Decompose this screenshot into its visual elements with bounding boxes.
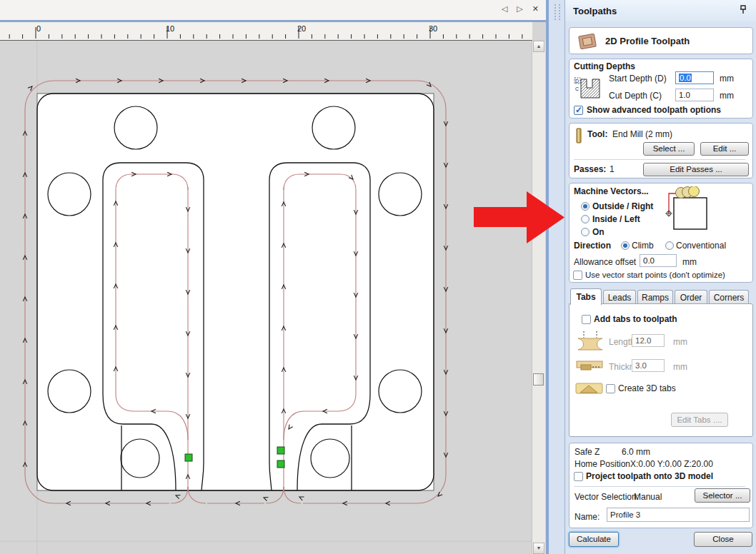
vector-start-points-checkbox[interactable] bbox=[573, 271, 582, 280]
tab-length-icon bbox=[575, 330, 605, 353]
tool-label: Tool: bbox=[587, 129, 607, 139]
drawing-canvas[interactable] bbox=[0, 41, 532, 554]
project-3d-label: Project toolpath onto 3D model bbox=[586, 471, 713, 481]
tab-leads[interactable]: Leads bbox=[603, 290, 636, 304]
svg-text:D: D bbox=[575, 79, 579, 84]
scroll-up-icon[interactable]: ▲ bbox=[533, 41, 544, 52]
nav-back-icon[interactable]: ◁ bbox=[502, 4, 510, 13]
application-window: ◁ ▷ ✕ 0102030 ▲ ▼ Toolpaths bbox=[0, 0, 756, 554]
pin-icon[interactable] bbox=[739, 5, 747, 17]
vertical-scrollbar[interactable]: ▲ ▼ bbox=[532, 41, 545, 554]
close-button[interactable]: Close bbox=[694, 532, 752, 547]
project-3d-checkbox[interactable] bbox=[574, 472, 583, 481]
name-label: Name: bbox=[575, 512, 600, 522]
tab-tabs[interactable]: Tabs bbox=[570, 288, 602, 305]
add-tabs-label: Add tabs to toolpath bbox=[594, 314, 677, 324]
radio-conventional-label: Conventional bbox=[676, 241, 726, 251]
start-depth-unit: mm bbox=[720, 74, 734, 84]
section-cutting-depths: Cutting Depths D C Start Depth (D) 0.0 m… bbox=[569, 59, 753, 119]
svg-text:0: 0 bbox=[36, 24, 41, 33]
safe-z-label: Safe Z bbox=[575, 447, 600, 457]
edit-tool-button[interactable]: Edit ... bbox=[700, 142, 749, 156]
svg-text:C: C bbox=[575, 86, 579, 91]
tool-name: End Mill (2 mm) bbox=[612, 129, 672, 139]
edit-passes-button[interactable]: Edit Passes ... bbox=[643, 163, 749, 176]
panel-title: Toolpaths bbox=[573, 6, 617, 16]
horizontal-ruler: 0102030 bbox=[0, 22, 532, 41]
cut-depth-unit: mm bbox=[720, 91, 734, 101]
tab-corners[interactable]: Corners bbox=[709, 290, 749, 304]
passes-label: Passes: bbox=[574, 164, 606, 174]
advanced-options-checkbox[interactable] bbox=[574, 106, 583, 115]
tab-order[interactable]: Order bbox=[675, 290, 707, 304]
allowance-unit: mm bbox=[682, 257, 697, 267]
machine-vectors-diagram-icon bbox=[664, 186, 721, 234]
toolpath-panel: Toolpaths 2D Profile Toolpath Cutting De… bbox=[564, 0, 756, 554]
toolpath-name-input[interactable]: Profile 3 bbox=[607, 508, 750, 522]
vector-selection-value: Manual bbox=[634, 492, 662, 502]
allowance-offset-label: Allowance offset bbox=[574, 257, 636, 267]
splitter-grip-icon bbox=[554, 4, 560, 20]
tab-length-input[interactable]: 12.0 bbox=[632, 334, 665, 347]
create-3d-tabs-icon bbox=[575, 381, 604, 398]
radio-outside-right[interactable] bbox=[581, 202, 590, 211]
direction-label: Direction bbox=[574, 241, 611, 251]
create-3d-tabs-label: Create 3D tabs bbox=[618, 383, 676, 393]
document-tabbar: ◁ ▷ ✕ bbox=[0, 0, 549, 20]
annotation-arrow bbox=[472, 190, 566, 246]
home-position-label: Home Position bbox=[575, 459, 630, 469]
nav-forward-icon[interactable]: ▷ bbox=[517, 4, 525, 13]
cut-depth-label: Cut Depth (C) bbox=[609, 91, 662, 101]
vector-start-points-label: Use vector start points (don't optimize) bbox=[585, 271, 725, 279]
safe-z-value: 6.0 mm bbox=[622, 447, 650, 457]
create-3d-tabs-checkbox[interactable] bbox=[606, 384, 615, 393]
panel-header: Toolpaths bbox=[565, 0, 756, 21]
selector-button[interactable]: Selector ... bbox=[695, 488, 750, 503]
footer-divider bbox=[574, 486, 745, 487]
svg-text:30: 30 bbox=[429, 24, 437, 33]
scrollbar-thumb[interactable] bbox=[533, 373, 544, 386]
start-depth-input[interactable]: 0.0 bbox=[675, 71, 714, 84]
radio-climb-label: Climb bbox=[632, 241, 654, 251]
section-machine-vectors: Machine Vectors... Outside / Right Insid… bbox=[569, 183, 753, 283]
select-tool-button[interactable]: Select ... bbox=[643, 142, 695, 156]
radio-on[interactable] bbox=[581, 228, 590, 236]
radio-conventional[interactable] bbox=[665, 241, 674, 250]
tab-thickness-icon bbox=[575, 358, 605, 375]
tab-ramps[interactable]: Ramps bbox=[637, 290, 673, 304]
home-position-value: X:0.00 Y:0.00 Z:20.00 bbox=[630, 459, 713, 469]
advanced-options-label: Show advanced toolpath options bbox=[587, 105, 721, 115]
section-toolpath-title: 2D Profile Toolpath bbox=[569, 27, 753, 54]
nav-close-icon[interactable]: ✕ bbox=[532, 4, 542, 13]
radio-outside-right-label: Outside / Right bbox=[592, 201, 653, 211]
document-nav: ◁ ▷ ✕ bbox=[500, 4, 542, 14]
machine-vectors-title: Machine Vectors... bbox=[574, 186, 649, 196]
allowance-offset-input[interactable]: 0.0 bbox=[640, 254, 677, 267]
section-tool: Tool: End Mill (2 mm) Select ... Edit ..… bbox=[569, 123, 753, 178]
tab-thickness-unit: mm bbox=[673, 362, 687, 372]
edit-tabs-button[interactable]: Edit Tabs .... bbox=[671, 413, 728, 427]
panel-splitter[interactable] bbox=[549, 0, 564, 554]
cutting-depths-title: Cutting Depths bbox=[574, 61, 635, 71]
passes-value: 1 bbox=[610, 164, 615, 174]
calculate-button[interactable]: Calculate bbox=[569, 532, 619, 547]
radio-on-label: On bbox=[592, 227, 605, 237]
start-depth-label: Start Depth (D) bbox=[609, 74, 667, 84]
radio-inside-left[interactable] bbox=[581, 215, 590, 223]
radio-climb[interactable] bbox=[621, 241, 630, 250]
cutting-depths-icon: D C bbox=[574, 74, 601, 104]
section-position-info: Safe Z 6.0 mm Home Position X:0.00 Y:0.0… bbox=[569, 443, 753, 528]
tab-length-unit: mm bbox=[673, 337, 687, 347]
cut-depth-input[interactable]: 1.0 bbox=[675, 89, 714, 101]
svg-text:10: 10 bbox=[166, 24, 174, 33]
scroll-down-icon[interactable]: ▼ bbox=[533, 543, 544, 554]
toolpath-type-title: 2D Profile Toolpath bbox=[605, 36, 690, 46]
svg-text:20: 20 bbox=[297, 24, 306, 33]
profile-toolpath-icon bbox=[577, 32, 598, 53]
tool-divider bbox=[574, 159, 745, 160]
add-tabs-checkbox[interactable] bbox=[582, 315, 591, 324]
vector-selection-label: Vector Selection: bbox=[575, 492, 639, 502]
tabs-tab-content: Add tabs to toolpath Length 12.0 mm Thic… bbox=[569, 303, 753, 437]
radio-inside-left-label: Inside / Left bbox=[592, 214, 640, 224]
tab-thickness-input[interactable]: 3.0 bbox=[632, 359, 665, 372]
